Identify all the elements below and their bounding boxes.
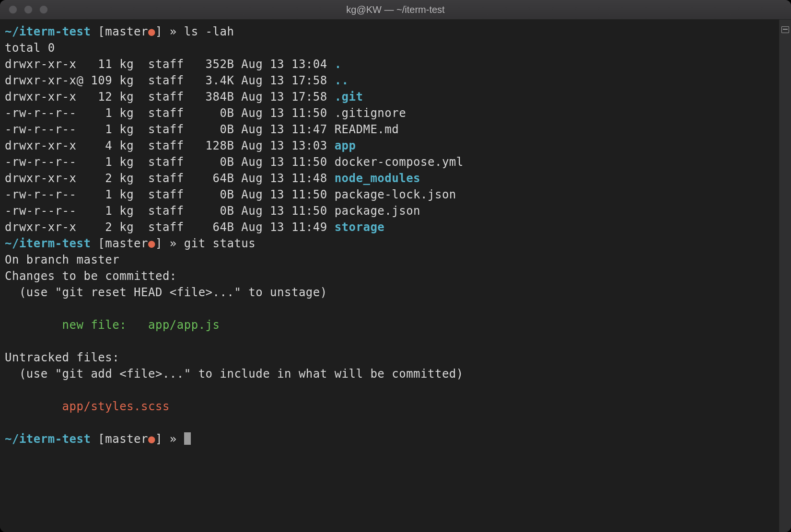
titlebar: kg@KW — ~/iterm-test bbox=[0, 0, 791, 20]
ls-total: total 0 bbox=[5, 41, 55, 55]
zoom-icon[interactable] bbox=[39, 5, 48, 14]
dirty-indicator-icon: ● bbox=[148, 432, 155, 446]
prompt-branch: [master bbox=[98, 25, 148, 38]
ls-row: drwxr-xr-x 2 kg staff 64B Aug 13 11:48 n… bbox=[5, 172, 420, 185]
close-icon[interactable] bbox=[9, 5, 17, 14]
ls-filename: docker-compose.yml bbox=[335, 155, 464, 169]
prompt-branch: [master bbox=[98, 432, 148, 446]
terminal-window: kg@KW — ~/iterm-test ~/iterm-test [maste… bbox=[0, 0, 791, 532]
annotations-icon[interactable] bbox=[781, 26, 789, 33]
prompt-cwd: ~/iterm-test bbox=[5, 432, 91, 446]
prompt-arrow-icon: » bbox=[163, 25, 184, 38]
ls-filename: README.md bbox=[335, 123, 399, 136]
ls-filename: .git bbox=[335, 90, 363, 104]
ls-row: drwxr-xr-x 2 kg staff 64B Aug 13 11:49 s… bbox=[5, 220, 384, 234]
ls-filename: package-lock.json bbox=[335, 188, 456, 201]
ls-row: -rw-r--r-- 1 kg staff 0B Aug 13 11:50 do… bbox=[5, 155, 464, 169]
ls-row: drwxr-xr-x 4 kg staff 128B Aug 13 13:03 … bbox=[5, 139, 356, 152]
git-staged-header: Changes to be committed: bbox=[5, 269, 177, 283]
git-staged-entry: new file: app/app.js bbox=[5, 318, 220, 332]
ls-row: -rw-r--r-- 1 kg staff 0B Aug 13 11:50 .g… bbox=[5, 106, 406, 120]
git-staged-hint: (use "git reset HEAD <file>..." to unsta… bbox=[5, 286, 327, 299]
minimize-icon[interactable] bbox=[24, 5, 33, 14]
ls-row: drwxr-xr-x 12 kg staff 384B Aug 13 17:58… bbox=[5, 90, 363, 104]
prompt-branch: [master bbox=[98, 237, 148, 250]
prompt-arrow-icon: » bbox=[163, 432, 184, 446]
ls-row: drwxr-xr-x 11 kg staff 352B Aug 13 13:04… bbox=[5, 58, 342, 71]
terminal-body[interactable]: ~/iterm-test [master●] » ls -lah total 0… bbox=[0, 20, 791, 532]
ls-filename: package.json bbox=[335, 204, 420, 218]
dirty-indicator-icon: ● bbox=[148, 237, 155, 250]
ls-row: -rw-r--r-- 1 kg staff 0B Aug 13 11:50 pa… bbox=[5, 204, 420, 218]
ls-row: -rw-r--r-- 1 kg staff 0B Aug 13 11:47 RE… bbox=[5, 123, 399, 136]
prompt-cwd: ~/iterm-test bbox=[5, 25, 91, 38]
git-untracked-header: Untracked files: bbox=[5, 351, 119, 364]
traffic-lights bbox=[9, 5, 48, 14]
prompt-command: git status bbox=[184, 237, 256, 250]
window-title: kg@KW — ~/iterm-test bbox=[0, 4, 791, 15]
ls-filename: .gitignore bbox=[335, 106, 407, 120]
git-untracked-hint: (use "git add <file>..." to include in w… bbox=[5, 367, 464, 381]
ls-row: drwxr-xr-x@ 109 kg staff 3.4K Aug 13 17:… bbox=[5, 74, 349, 87]
prompt-command: ls -lah bbox=[184, 25, 234, 38]
cursor bbox=[184, 432, 191, 445]
terminal-output[interactable]: ~/iterm-test [master●] » ls -lah total 0… bbox=[5, 23, 778, 532]
git-branch-line: On branch master bbox=[5, 253, 119, 266]
git-untracked-entry: app/styles.scss bbox=[5, 400, 170, 413]
dirty-indicator-icon: ● bbox=[148, 25, 155, 38]
ls-row: -rw-r--r-- 1 kg staff 0B Aug 13 11:50 pa… bbox=[5, 188, 456, 201]
prompt-arrow-icon: » bbox=[163, 237, 184, 250]
prompt-cwd: ~/iterm-test bbox=[5, 237, 91, 250]
ls-filename: node_modules bbox=[335, 172, 420, 185]
ls-filename: . bbox=[335, 58, 342, 71]
ls-filename: .. bbox=[335, 74, 349, 87]
ls-filename: storage bbox=[335, 220, 385, 234]
scrollbar-gutter[interactable] bbox=[779, 20, 791, 532]
ls-filename: app bbox=[335, 139, 356, 152]
